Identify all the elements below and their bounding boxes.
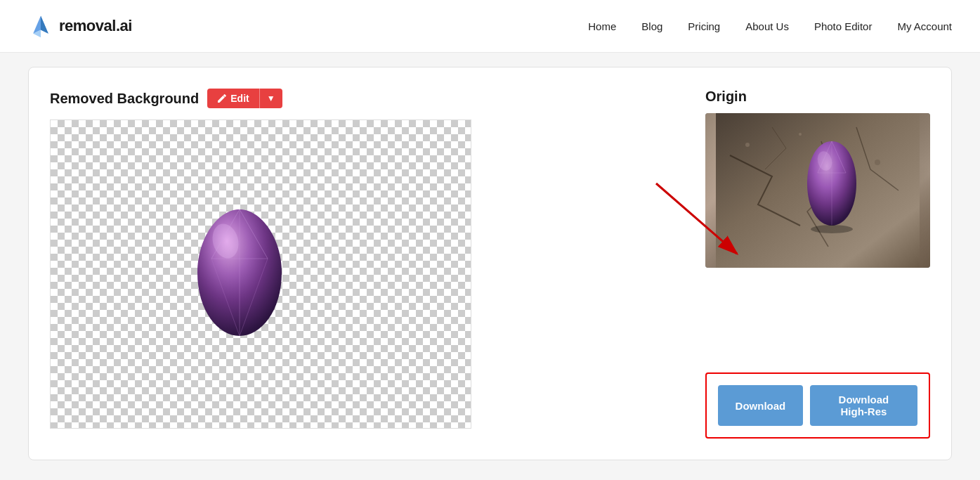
logo[interactable]: removal.ai [28,13,132,39]
svg-point-17 [811,225,853,233]
download-section: Download Download High-Res [705,372,930,439]
origin-title: Origin [705,89,930,105]
right-panel: Origin [705,89,930,439]
header: removal.ai Home Blog Pricing About Us Ph… [0,0,980,53]
nav-photo-editor[interactable]: Photo Editor [814,20,873,32]
svg-point-9 [799,133,802,136]
svg-point-8 [745,143,750,147]
left-panel: Removed Background Edit ▼ [50,89,677,439]
download-area: Download Download High-Res [705,365,930,439]
gem-image [183,202,296,346]
edit-dropdown-button[interactable]: ▼ [259,89,282,108]
edit-button-group: Edit ▼ [207,89,282,108]
download-highres-button[interactable]: Download High-Res [810,385,917,426]
nav-account[interactable]: My Account [897,20,952,32]
logo-text: removal.ai [59,17,132,35]
removed-background-title: Removed Background [50,91,199,107]
left-panel-header: Removed Background Edit ▼ [50,89,677,108]
logo-icon [28,13,53,39]
main-content: Removed Background Edit ▼ [0,53,980,474]
main-card: Removed Background Edit ▼ [28,67,952,460]
nav-blog[interactable]: Blog [641,20,662,32]
download-button[interactable]: Download [718,385,803,426]
removed-bg-canvas [50,119,471,429]
pencil-icon [217,94,226,103]
gem-svg [183,202,296,343]
nav-pricing[interactable]: Pricing [688,20,720,32]
edit-button[interactable]: Edit [207,89,259,108]
nav-about[interactable]: About Us [745,20,789,32]
origin-photo-bg [705,113,930,268]
origin-image [705,113,930,268]
origin-photo-svg [705,113,930,268]
nav-home[interactable]: Home [588,20,616,32]
svg-point-10 [875,160,880,165]
nav: Home Blog Pricing About Us Photo Editor … [588,20,952,32]
